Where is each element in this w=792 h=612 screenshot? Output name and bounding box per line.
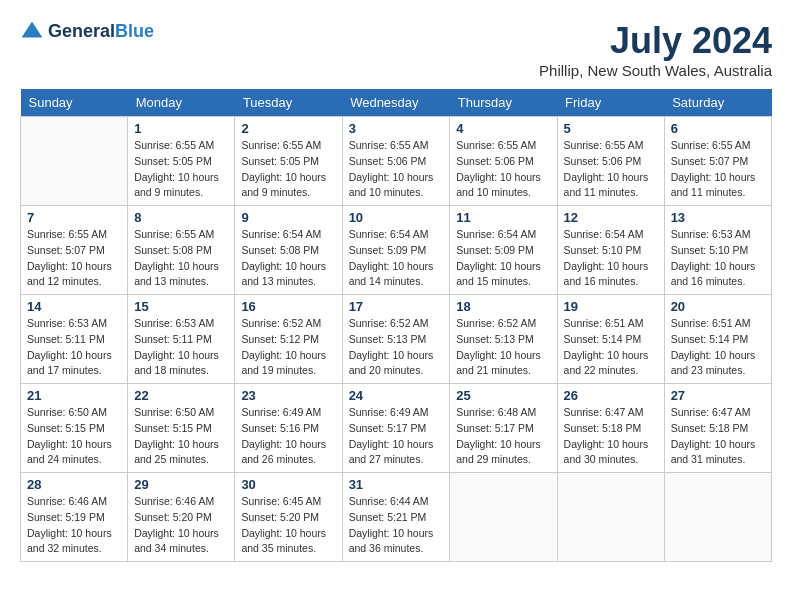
- calendar-header-cell: Tuesday: [235, 89, 342, 117]
- day-number: 7: [27, 210, 121, 225]
- day-number: 29: [134, 477, 228, 492]
- calendar-cell: 20Sunrise: 6:51 AMSunset: 5:14 PMDayligh…: [664, 295, 771, 384]
- calendar-week-row: 28Sunrise: 6:46 AMSunset: 5:19 PMDayligh…: [21, 473, 772, 562]
- day-number: 23: [241, 388, 335, 403]
- day-info: Sunrise: 6:45 AMSunset: 5:20 PMDaylight:…: [241, 494, 335, 557]
- day-info: Sunrise: 6:55 AMSunset: 5:07 PMDaylight:…: [671, 138, 765, 201]
- day-number: 17: [349, 299, 444, 314]
- day-number: 20: [671, 299, 765, 314]
- day-info: Sunrise: 6:54 AMSunset: 5:09 PMDaylight:…: [456, 227, 550, 290]
- calendar-cell: 1Sunrise: 6:55 AMSunset: 5:05 PMDaylight…: [128, 117, 235, 206]
- calendar-cell: 17Sunrise: 6:52 AMSunset: 5:13 PMDayligh…: [342, 295, 450, 384]
- day-info: Sunrise: 6:46 AMSunset: 5:19 PMDaylight:…: [27, 494, 121, 557]
- day-number: 28: [27, 477, 121, 492]
- day-number: 4: [456, 121, 550, 136]
- day-info: Sunrise: 6:55 AMSunset: 5:06 PMDaylight:…: [349, 138, 444, 201]
- calendar-cell: 3Sunrise: 6:55 AMSunset: 5:06 PMDaylight…: [342, 117, 450, 206]
- day-number: 30: [241, 477, 335, 492]
- day-info: Sunrise: 6:47 AMSunset: 5:18 PMDaylight:…: [564, 405, 658, 468]
- calendar-cell: 14Sunrise: 6:53 AMSunset: 5:11 PMDayligh…: [21, 295, 128, 384]
- calendar-cell: 5Sunrise: 6:55 AMSunset: 5:06 PMDaylight…: [557, 117, 664, 206]
- day-number: 22: [134, 388, 228, 403]
- calendar-cell: 27Sunrise: 6:47 AMSunset: 5:18 PMDayligh…: [664, 384, 771, 473]
- calendar-cell: 2Sunrise: 6:55 AMSunset: 5:05 PMDaylight…: [235, 117, 342, 206]
- day-info: Sunrise: 6:46 AMSunset: 5:20 PMDaylight:…: [134, 494, 228, 557]
- day-number: 14: [27, 299, 121, 314]
- day-info: Sunrise: 6:55 AMSunset: 5:07 PMDaylight:…: [27, 227, 121, 290]
- day-info: Sunrise: 6:50 AMSunset: 5:15 PMDaylight:…: [134, 405, 228, 468]
- day-info: Sunrise: 6:52 AMSunset: 5:12 PMDaylight:…: [241, 316, 335, 379]
- day-number: 10: [349, 210, 444, 225]
- day-number: 12: [564, 210, 658, 225]
- day-number: 15: [134, 299, 228, 314]
- calendar-cell: 12Sunrise: 6:54 AMSunset: 5:10 PMDayligh…: [557, 206, 664, 295]
- calendar-cell: 21Sunrise: 6:50 AMSunset: 5:15 PMDayligh…: [21, 384, 128, 473]
- day-info: Sunrise: 6:55 AMSunset: 5:08 PMDaylight:…: [134, 227, 228, 290]
- calendar-week-row: 7Sunrise: 6:55 AMSunset: 5:07 PMDaylight…: [21, 206, 772, 295]
- calendar-header-cell: Sunday: [21, 89, 128, 117]
- day-number: 2: [241, 121, 335, 136]
- day-number: 8: [134, 210, 228, 225]
- day-info: Sunrise: 6:53 AMSunset: 5:11 PMDaylight:…: [134, 316, 228, 379]
- calendar-cell: 7Sunrise: 6:55 AMSunset: 5:07 PMDaylight…: [21, 206, 128, 295]
- day-number: 26: [564, 388, 658, 403]
- calendar-cell: 24Sunrise: 6:49 AMSunset: 5:17 PMDayligh…: [342, 384, 450, 473]
- day-info: Sunrise: 6:52 AMSunset: 5:13 PMDaylight:…: [349, 316, 444, 379]
- calendar-cell: [21, 117, 128, 206]
- calendar-cell: 28Sunrise: 6:46 AMSunset: 5:19 PMDayligh…: [21, 473, 128, 562]
- page-header: GeneralBlue July 2024 Phillip, New South…: [20, 20, 772, 79]
- logo: GeneralBlue: [20, 20, 154, 44]
- day-info: Sunrise: 6:55 AMSunset: 5:06 PMDaylight:…: [564, 138, 658, 201]
- calendar-week-row: 14Sunrise: 6:53 AMSunset: 5:11 PMDayligh…: [21, 295, 772, 384]
- day-number: 13: [671, 210, 765, 225]
- calendar-cell: 29Sunrise: 6:46 AMSunset: 5:20 PMDayligh…: [128, 473, 235, 562]
- day-info: Sunrise: 6:51 AMSunset: 5:14 PMDaylight:…: [671, 316, 765, 379]
- day-number: 16: [241, 299, 335, 314]
- calendar-cell: 11Sunrise: 6:54 AMSunset: 5:09 PMDayligh…: [450, 206, 557, 295]
- calendar-header-cell: Monday: [128, 89, 235, 117]
- calendar-cell: [557, 473, 664, 562]
- day-info: Sunrise: 6:55 AMSunset: 5:05 PMDaylight:…: [134, 138, 228, 201]
- calendar-week-row: 21Sunrise: 6:50 AMSunset: 5:15 PMDayligh…: [21, 384, 772, 473]
- calendar-cell: 26Sunrise: 6:47 AMSunset: 5:18 PMDayligh…: [557, 384, 664, 473]
- day-number: 1: [134, 121, 228, 136]
- calendar-cell: [450, 473, 557, 562]
- calendar-header-cell: Thursday: [450, 89, 557, 117]
- title-block: July 2024 Phillip, New South Wales, Aust…: [539, 20, 772, 79]
- main-title: July 2024: [539, 20, 772, 62]
- calendar-cell: 22Sunrise: 6:50 AMSunset: 5:15 PMDayligh…: [128, 384, 235, 473]
- day-number: 9: [241, 210, 335, 225]
- day-info: Sunrise: 6:51 AMSunset: 5:14 PMDaylight:…: [564, 316, 658, 379]
- day-number: 3: [349, 121, 444, 136]
- day-info: Sunrise: 6:55 AMSunset: 5:06 PMDaylight:…: [456, 138, 550, 201]
- calendar-cell: 18Sunrise: 6:52 AMSunset: 5:13 PMDayligh…: [450, 295, 557, 384]
- calendar-header-cell: Friday: [557, 89, 664, 117]
- svg-marker-0: [22, 22, 43, 38]
- calendar-cell: 10Sunrise: 6:54 AMSunset: 5:09 PMDayligh…: [342, 206, 450, 295]
- calendar-cell: 31Sunrise: 6:44 AMSunset: 5:21 PMDayligh…: [342, 473, 450, 562]
- day-number: 24: [349, 388, 444, 403]
- logo-icon: [20, 20, 44, 44]
- day-info: Sunrise: 6:49 AMSunset: 5:17 PMDaylight:…: [349, 405, 444, 468]
- day-number: 18: [456, 299, 550, 314]
- calendar-cell: 23Sunrise: 6:49 AMSunset: 5:16 PMDayligh…: [235, 384, 342, 473]
- day-number: 25: [456, 388, 550, 403]
- day-number: 5: [564, 121, 658, 136]
- calendar-week-row: 1Sunrise: 6:55 AMSunset: 5:05 PMDaylight…: [21, 117, 772, 206]
- day-info: Sunrise: 6:47 AMSunset: 5:18 PMDaylight:…: [671, 405, 765, 468]
- day-number: 19: [564, 299, 658, 314]
- day-info: Sunrise: 6:53 AMSunset: 5:10 PMDaylight:…: [671, 227, 765, 290]
- day-info: Sunrise: 6:54 AMSunset: 5:08 PMDaylight:…: [241, 227, 335, 290]
- day-info: Sunrise: 6:52 AMSunset: 5:13 PMDaylight:…: [456, 316, 550, 379]
- calendar-header-cell: Saturday: [664, 89, 771, 117]
- day-info: Sunrise: 6:54 AMSunset: 5:10 PMDaylight:…: [564, 227, 658, 290]
- day-number: 31: [349, 477, 444, 492]
- day-info: Sunrise: 6:44 AMSunset: 5:21 PMDaylight:…: [349, 494, 444, 557]
- day-info: Sunrise: 6:50 AMSunset: 5:15 PMDaylight:…: [27, 405, 121, 468]
- day-info: Sunrise: 6:53 AMSunset: 5:11 PMDaylight:…: [27, 316, 121, 379]
- day-info: Sunrise: 6:54 AMSunset: 5:09 PMDaylight:…: [349, 227, 444, 290]
- day-info: Sunrise: 6:55 AMSunset: 5:05 PMDaylight:…: [241, 138, 335, 201]
- calendar-cell: 15Sunrise: 6:53 AMSunset: 5:11 PMDayligh…: [128, 295, 235, 384]
- subtitle: Phillip, New South Wales, Australia: [539, 62, 772, 79]
- calendar-header: SundayMondayTuesdayWednesdayThursdayFrid…: [21, 89, 772, 117]
